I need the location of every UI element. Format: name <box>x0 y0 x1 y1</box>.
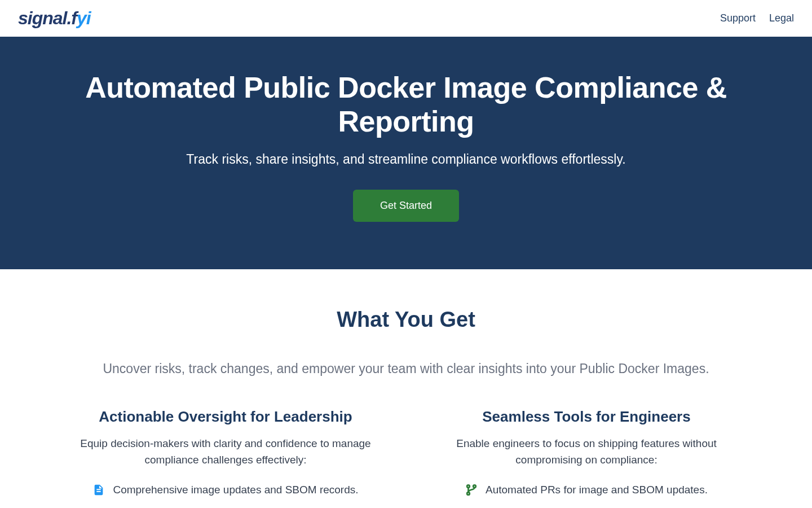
header: signal.fyi Support Legal <box>0 0 812 37</box>
what-you-get-section: What You Get Uncover risks, track change… <box>0 269 812 508</box>
feature-list: Automated PRs for image and SBOM updates… <box>434 484 739 508</box>
branch-icon <box>465 484 478 496</box>
column-engineers: Seamless Tools for Engineers Enable engi… <box>434 408 739 508</box>
hero-subtitle: Track risks, share insights, and streaml… <box>23 152 789 167</box>
nav-support-link[interactable]: Support <box>720 12 756 24</box>
list-item: Automated PRs for image and SBOM updates… <box>434 484 739 496</box>
section-subtitle: Uncover risks, track changes, and empowe… <box>23 361 789 376</box>
column-desc: Equip decision-makers with clarity and c… <box>73 436 378 468</box>
feature-columns: Actionable Oversight for Leadership Equi… <box>68 408 744 508</box>
hero-title: Automated Public Docker Image Compliance… <box>23 71 789 138</box>
feature-list: Comprehensive image updates and SBOM rec… <box>73 484 378 508</box>
list-item: Comprehensive image updates and SBOM rec… <box>73 484 378 496</box>
column-leadership: Actionable Oversight for Leadership Equi… <box>73 408 378 508</box>
feature-text: Automated PRs for image and SBOM updates… <box>486 484 708 496</box>
column-heading: Seamless Tools for Engineers <box>434 408 739 426</box>
nav: Support Legal <box>720 12 794 24</box>
nav-legal-link[interactable]: Legal <box>769 12 794 24</box>
get-started-button[interactable]: Get Started <box>353 190 459 222</box>
hero: Automated Public Docker Image Compliance… <box>0 37 812 269</box>
logo[interactable]: signal.fyi <box>18 8 91 29</box>
section-title: What You Get <box>23 308 789 332</box>
column-heading: Actionable Oversight for Leadership <box>73 408 378 426</box>
file-icon <box>92 484 105 496</box>
column-desc: Enable engineers to focus on shipping fe… <box>434 436 739 468</box>
feature-text: Comprehensive image updates and SBOM rec… <box>113 484 358 496</box>
